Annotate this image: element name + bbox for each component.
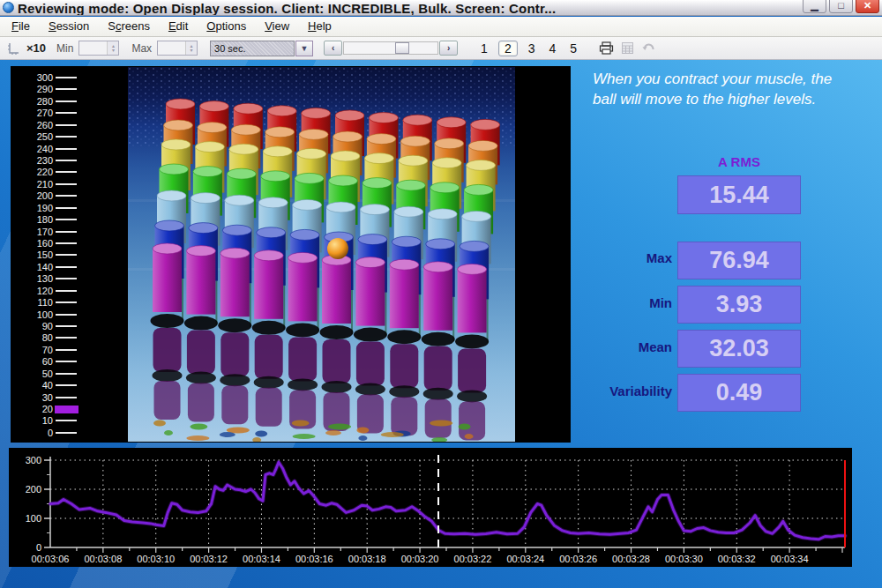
- page-button-1[interactable]: 1: [477, 41, 491, 56]
- printer-icon[interactable]: [598, 41, 614, 56]
- scale-tick-line: [56, 112, 77, 114]
- scale-tick-label: 150: [11, 249, 53, 260]
- page-button-5[interactable]: 5: [566, 41, 580, 56]
- min-spinner[interactable]: ▴▾: [78, 41, 119, 56]
- maximize-icon: □: [830, 0, 852, 11]
- max-value-box: 76.94: [677, 242, 801, 279]
- scale-tick-line: [56, 195, 77, 197]
- scale-tick-label: 20: [11, 404, 53, 414]
- scale-tick-line: [56, 183, 77, 185]
- scale-tick-line: [56, 148, 77, 150]
- scale-tick-line: [56, 373, 77, 375]
- page-button-3[interactable]: 3: [525, 41, 539, 56]
- scale-tick-label: 50: [11, 368, 53, 379]
- chart-x-tick-label: 00:03:20: [401, 554, 439, 564]
- scale-tick-line: [56, 278, 77, 279]
- scroll-back-button[interactable]: ‹: [324, 41, 342, 56]
- scale-tick-label: 30: [11, 392, 53, 403]
- application-window: Reviewing mode: Open Display session. Cl…: [0, 0, 882, 588]
- minimize-button[interactable]: ▁: [803, 0, 826, 13]
- maximize-button[interactable]: □: [829, 0, 853, 13]
- scale-tick-label: 260: [11, 120, 53, 130]
- scale-tick-label: 300: [11, 72, 53, 83]
- scale-tick-label: 270: [11, 108, 53, 118]
- title-bar[interactable]: Reviewing mode: Open Display session. Cl…: [0, 0, 882, 16]
- chevron-down-icon[interactable]: ▼: [295, 41, 313, 56]
- undo-arrow-icon[interactable]: [640, 41, 656, 56]
- scale-tick-line: [56, 361, 77, 362]
- min-label: Min: [56, 42, 73, 55]
- scale-tick-line: [56, 420, 77, 421]
- scale-tick-label: 60: [11, 356, 53, 367]
- scale-tick-label: 220: [11, 167, 53, 177]
- chart-x-tick-label: 00:03:18: [348, 554, 386, 564]
- scale-tick-label: 280: [11, 96, 53, 107]
- chart-x-tick-label: 00:03:30: [665, 554, 703, 564]
- axis-scale-icon[interactable]: [5, 41, 21, 56]
- scale-tick-label: 180: [11, 214, 53, 225]
- scale-tick-label: 170: [11, 227, 53, 237]
- scale-tick-line: [56, 384, 77, 386]
- timeline-scrollbar[interactable]: [343, 41, 438, 55]
- scale-tick-line: [56, 349, 77, 351]
- chart-x-tick-label: 00:03:24: [506, 554, 544, 564]
- page-button-4[interactable]: 4: [545, 41, 559, 56]
- scale-tick-line: [56, 219, 77, 220]
- menu-item-screens[interactable]: Screens: [100, 18, 161, 35]
- menu-item-edit[interactable]: Edit: [161, 18, 198, 35]
- scale-tick-line: [56, 301, 77, 303]
- scale-tick-label: 140: [11, 262, 53, 272]
- max-spinner[interactable]: ▴▾: [157, 41, 198, 56]
- svg-text:300: 300: [26, 455, 41, 465]
- scale-tick-line: [56, 124, 77, 126]
- menu-item-file[interactable]: File: [4, 18, 41, 35]
- scale-tick-line: [56, 160, 77, 161]
- chart-x-tick-label: 00:03:08: [84, 554, 122, 564]
- close-button[interactable]: ✕: [856, 0, 879, 13]
- menu-bar: FileSessionScreensEditOptionsViewHelp: [0, 17, 882, 37]
- report-grid-icon[interactable]: [619, 41, 635, 56]
- menu-item-options[interactable]: Options: [198, 18, 257, 35]
- timescale-select[interactable]: 30 sec.: [210, 41, 295, 56]
- times10-toggle[interactable]: ×10: [26, 41, 46, 55]
- trend-chart: 010020030000:03:0600:03:0800:03:1000:03:…: [9, 448, 852, 567]
- scale-tick-line: [56, 242, 77, 244]
- 3d-bar-display-panel: 3002902802702602502402302202102001901801…: [11, 66, 571, 443]
- page-selector: 12345: [477, 41, 580, 56]
- chart-x-tick-label: 00:03:28: [612, 554, 650, 564]
- signal-name-label: A RMS: [677, 154, 801, 169]
- app-globe-icon: [3, 2, 14, 13]
- menu-item-help[interactable]: Help: [300, 18, 342, 35]
- menu-item-view[interactable]: View: [257, 18, 300, 35]
- scale-tick-label: 190: [11, 203, 53, 213]
- variability-label: Variability: [573, 383, 672, 398]
- minimize-icon: ▁: [804, 0, 826, 11]
- chart-x-tick-label: 00:03:34: [771, 554, 809, 564]
- scale-tick-label: 100: [11, 309, 53, 320]
- scale-tick-label: 250: [11, 131, 53, 142]
- scrollbar-thumb[interactable]: [395, 42, 409, 54]
- scale-tick-line: [56, 171, 77, 173]
- scale-tick-line: [56, 254, 77, 256]
- scale-tick-line: [56, 88, 77, 90]
- scale-tick-label: 290: [11, 84, 53, 94]
- spinner-arrows-icon[interactable]: ▴▾: [185, 41, 197, 55]
- scale-tick-line: [56, 290, 77, 292]
- variability-value-box: 0.49: [677, 374, 801, 412]
- spinner-arrows-icon[interactable]: ▴▾: [107, 41, 118, 55]
- mean-label: Mean: [573, 339, 672, 354]
- scroll-forward-button[interactable]: ›: [439, 41, 458, 56]
- scale-tick-label: 80: [11, 332, 53, 343]
- instruction-text: When you contract your muscle, the ball …: [593, 69, 857, 109]
- scale-tick-line: [56, 397, 77, 398]
- chart-x-tick-label: 00:03:14: [243, 554, 280, 564]
- scale-tick-line: [56, 432, 77, 434]
- page-button-2[interactable]: 2: [498, 41, 518, 56]
- chart-x-tick-label: 00:03:12: [190, 554, 228, 564]
- scale-tick-line: [56, 207, 77, 209]
- menu-item-session[interactable]: Session: [41, 18, 100, 35]
- scale-tick-label: 230: [11, 155, 53, 166]
- scale-tick-line: [56, 266, 77, 268]
- scale-tick-label: 130: [11, 273, 53, 284]
- scale-tick-line: [56, 337, 77, 339]
